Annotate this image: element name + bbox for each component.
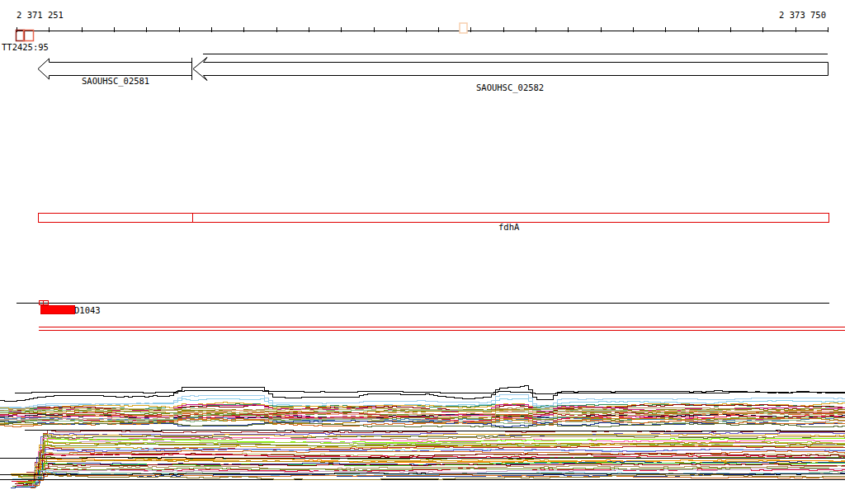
d1043-box[interactable] <box>40 306 74 314</box>
feature-fdha: fdhA <box>38 214 828 233</box>
fdha-label: fdhA <box>498 222 520 232</box>
ruler-end-label: 2 373 750 <box>779 10 826 20</box>
fdha-box[interactable] <box>38 214 828 223</box>
gene-saouhsc-02582: SAOUHSC_02582 <box>193 54 828 94</box>
coverage-plot-upper <box>0 386 845 428</box>
coverage-line <box>15 391 845 394</box>
gene-label-saouhsc-02581: SAOUHSC_02581 <box>82 76 149 87</box>
gene-label-saouhsc-02582: SAOUHSC_02582 <box>476 82 544 93</box>
d1043-label: D1043 <box>74 305 101 315</box>
feature-tt2425: TT2425:95 <box>2 31 49 53</box>
gene-arrow-saouhsc-02582[interactable] <box>193 58 828 81</box>
ruler-selection-marker[interactable] <box>460 23 467 33</box>
ruler-start-label: 2 371 251 <box>17 10 64 20</box>
coverage-plot-lower <box>0 431 845 488</box>
tt2425-label: TT2425:95 <box>2 42 49 52</box>
gene-saouhsc-02581: SAOUHSC_02581 <box>38 58 192 87</box>
genome-canvas: 2 371 251 2 373 750 TT2425:95 SAOUHSC_02… <box>0 0 845 504</box>
genome-browser-window: 2 371 251 2 373 750 TT2425:95 SAOUHSC_02… <box>0 0 845 504</box>
red-track-lines <box>39 327 845 331</box>
ruler: 2 371 251 2 373 750 <box>17 10 828 33</box>
tt2425-box-light[interactable] <box>24 31 34 41</box>
